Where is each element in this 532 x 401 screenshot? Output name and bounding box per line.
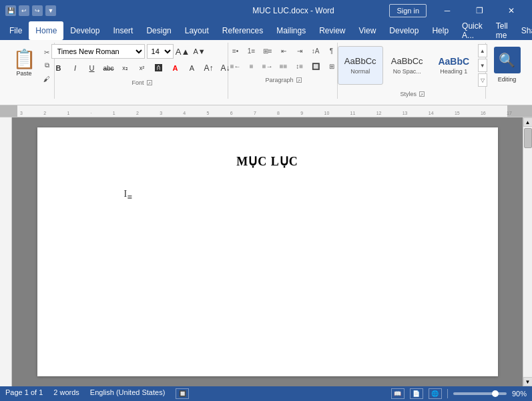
menu-file[interactable]: File <box>3 21 29 40</box>
line-spacing-button[interactable]: ↕≡ <box>292 59 307 73</box>
styles-expand-button[interactable]: ↗ <box>419 91 425 97</box>
borders-button[interactable]: ⊞ <box>324 59 339 73</box>
justify-button[interactable]: ≡≡ <box>276 59 291 73</box>
align-right-button[interactable]: ≡→ <box>260 59 275 73</box>
status-left: Page 1 of 1 2 words English (United Stat… <box>5 388 380 399</box>
styles-expand[interactable]: ▽ <box>478 73 487 87</box>
title-bar-right: Sign in ─ ❐ ✕ <box>389 0 527 21</box>
menu-develop2[interactable]: Develop <box>382 21 425 40</box>
more-icon[interactable]: ▼ <box>45 5 56 16</box>
superscript-button[interactable]: x² <box>135 61 150 75</box>
document-page[interactable]: MỤC LỤC I ≡ <box>37 127 498 376</box>
subscript-button[interactable]: x₂ <box>118 61 133 75</box>
zoom-slider[interactable] <box>453 392 507 395</box>
title-bar-left: 💾 ↩ ↪ ▼ <box>5 5 198 16</box>
maximize-button[interactable]: ❐ <box>464 0 495 21</box>
decrease-font-button[interactable]: A▼ <box>192 44 207 59</box>
paragraph-controls: ≡• 1≡ ⊞≡ ⇤ ⇥ ↕A ¶ ≡← ≡ ≡→ ≡≡ ↕≡ 🔲 ⊞ <box>228 44 339 75</box>
style-no-spacing-preview: AaBbCc <box>391 56 423 67</box>
para-top-row: ≡• 1≡ ⊞≡ ⇤ ⇥ ↕A ¶ <box>228 44 339 57</box>
multilevel-button[interactable]: ⊞≡ <box>260 44 275 57</box>
font-size-up2[interactable]: A↑ <box>202 61 216 75</box>
editing-area: 🔍 Editing <box>490 44 525 85</box>
vertical-scrollbar: ▲ ▼ <box>523 117 532 386</box>
zoom-thumb[interactable] <box>492 390 499 397</box>
redo-icon[interactable]: ↪ <box>32 5 43 16</box>
scroll-down-button[interactable]: ▼ <box>523 377 533 386</box>
style-normal[interactable]: AaBbCc Normal <box>338 46 383 85</box>
main-area: MỤC LỤC I ≡ ▲ ▼ <box>0 117 532 386</box>
clear-format-button[interactable]: 🅰 <box>152 61 166 75</box>
style-normal-preview: AaBbCc <box>344 56 376 67</box>
ribbon: 📋 Paste ✂ ⧉ 🖌 Times New Roman 14 <box>0 40 532 105</box>
menu-share[interactable]: Share <box>515 21 532 40</box>
bullets-button[interactable]: ≡• <box>228 44 243 57</box>
styles-scroll: ▲ ▼ ▽ <box>478 44 487 87</box>
highlight-button[interactable]: A <box>185 61 200 75</box>
paragraph-expand-button[interactable]: ↗ <box>296 77 302 83</box>
cursor-indicator: ≡ <box>127 192 132 203</box>
read-mode-button[interactable]: 📖 <box>391 388 405 399</box>
increase-font-button[interactable]: A▲ <box>176 44 190 59</box>
menu-insert[interactable]: Insert <box>106 21 140 40</box>
shading-button[interactable]: 🔲 <box>308 59 323 73</box>
web-layout-button[interactable]: 🌐 <box>429 388 442 399</box>
scroll-up-button[interactable]: ▲ <box>523 117 533 127</box>
font-expand-button[interactable]: ↗ <box>147 80 152 85</box>
style-heading1-preview: AaBbC <box>438 56 469 67</box>
align-center-button[interactable]: ≡ <box>244 59 259 73</box>
doc-cursor-area: I ≡ <box>91 189 445 229</box>
style-no-spacing-label: No Spac... <box>393 68 421 75</box>
menu-layout[interactable]: Layout <box>178 21 216 40</box>
menu-mailings[interactable]: Mailings <box>270 21 312 40</box>
styles-scroll-up[interactable]: ▲ <box>478 44 487 57</box>
accessibility-button[interactable]: 🔲 <box>176 388 189 399</box>
styles-scroll-down[interactable]: ▼ <box>478 59 487 72</box>
increase-indent-button[interactable]: ⇥ <box>292 44 307 57</box>
close-button[interactable]: ✕ <box>496 0 527 21</box>
styles-area: AaBbCc Normal AaBbCc No Spac... AaBbC He… <box>338 44 487 89</box>
ribbon-editing-group: 🔍 Editing <box>487 43 527 99</box>
menu-design[interactable]: Design <box>140 21 178 40</box>
italic-button[interactable]: I <box>68 61 83 75</box>
print-layout-button[interactable]: 📄 <box>410 388 423 399</box>
menu-develop[interactable]: Develop <box>63 21 106 40</box>
ribbon-styles-group: AaBbCc Normal AaBbCc No Spac... AaBbC He… <box>339 43 486 99</box>
align-left-button[interactable]: ≡← <box>228 59 243 73</box>
style-no-spacing[interactable]: AaBbCc No Spac... <box>384 46 430 85</box>
paste-button[interactable]: 📋 Paste <box>9 44 39 83</box>
ribbon-paragraph-group: ≡• 1≡ ⊞≡ ⇤ ⇥ ↕A ¶ ≡← ≡ ≡→ ≡≡ ↕≡ 🔲 ⊞ <box>230 43 338 99</box>
bold-button[interactable]: B <box>51 61 66 75</box>
menu-view[interactable]: View <box>352 21 383 40</box>
menu-quick-access[interactable]: Quick A... <box>455 21 489 40</box>
status-right: 📖 📄 🌐 90% <box>391 388 527 399</box>
underline-button[interactable]: U <box>85 61 99 75</box>
font-color-button[interactable]: A <box>168 61 183 75</box>
ribbon-clipboard-group: 📋 Paste ✂ ⧉ 🖌 <box>5 43 55 99</box>
styles-group-label: Styles ↗ <box>400 89 425 97</box>
page-info: Page 1 of 1 <box>5 388 43 399</box>
sort-button[interactable]: ↕A <box>308 44 323 57</box>
sign-in-button[interactable]: Sign in <box>389 4 427 17</box>
scroll-thumb[interactable] <box>524 128 532 148</box>
decrease-indent-button[interactable]: ⇤ <box>276 44 291 57</box>
undo-icon[interactable]: ↩ <box>19 5 29 16</box>
font-family-select[interactable]: Times New Roman <box>51 44 145 59</box>
save-icon[interactable]: 💾 <box>5 5 16 16</box>
menu-home[interactable]: Home <box>29 21 63 40</box>
strikethrough-button[interactable]: abc <box>101 61 116 75</box>
numbering-button[interactable]: 1≡ <box>244 44 259 57</box>
document-area[interactable]: MỤC LỤC I ≡ <box>12 117 523 386</box>
search-big-icon: 🔍 <box>499 52 515 68</box>
style-normal-label: Normal <box>350 68 370 75</box>
minimize-button[interactable]: ─ <box>432 0 463 21</box>
search-big-button[interactable]: 🔍 <box>494 47 521 73</box>
menu-references[interactable]: References <box>216 21 270 40</box>
menu-help[interactable]: Help <box>425 21 455 40</box>
font-size-select[interactable]: 14 <box>147 44 174 59</box>
menu-tell-me[interactable]: Tell me <box>489 21 515 40</box>
show-marks-button[interactable]: ¶ <box>324 44 339 57</box>
style-heading1[interactable]: AaBbC Heading 1 <box>431 46 477 85</box>
menu-review[interactable]: Review <box>312 21 352 40</box>
status-divider <box>447 389 448 398</box>
